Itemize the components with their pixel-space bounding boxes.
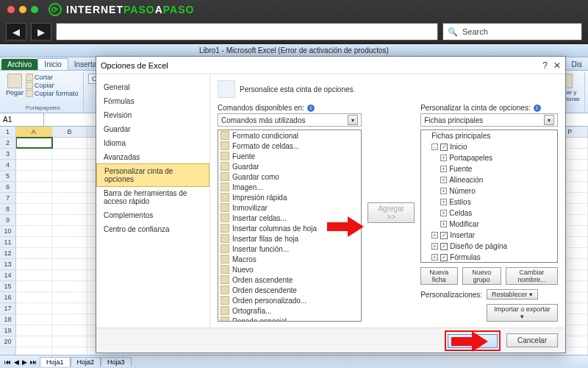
accept-button[interactable]: Aceptar [448, 334, 498, 348]
ribbon-tabs-tree[interactable]: Fichas principales-✓Inicio+Portapapeles+… [420, 130, 558, 263]
command-item[interactable]: Nuevo [218, 264, 361, 275]
command-item[interactable]: Orden ascendente [218, 275, 361, 285]
row-header[interactable]: 14 [0, 270, 15, 281]
row-header[interactable]: 6 [0, 182, 15, 193]
checkbox[interactable]: ✓ [440, 254, 448, 261]
command-item[interactable]: Fuente [218, 151, 361, 161]
options-category[interactable]: Barra de herramientas de acceso rápido [96, 186, 209, 208]
command-item[interactable]: Macros [218, 254, 361, 264]
options-category[interactable]: Personalizar cinta de opciones [96, 163, 209, 187]
options-category[interactable]: Guardar [96, 122, 209, 136]
sheet-tab[interactable]: Hoja1 [40, 357, 71, 367]
command-item[interactable]: Formato de celdas... [218, 141, 361, 151]
cell[interactable] [16, 292, 52, 302]
cell[interactable] [16, 325, 52, 336]
cell[interactable] [16, 281, 52, 291]
info-icon[interactable]: i [534, 105, 541, 112]
cell[interactable] [16, 160, 52, 170]
row-header[interactable]: 19 [0, 325, 15, 336]
collapse-icon[interactable]: - [431, 144, 438, 150]
sheet-nav-prev[interactable]: ◀ [14, 358, 19, 366]
search-input[interactable]: 🔍 Search [442, 23, 582, 40]
cell[interactable] [52, 303, 88, 314]
nav-forward-button[interactable]: ▶ [31, 23, 51, 40]
window-close-dot[interactable] [7, 6, 15, 13]
tree-node[interactable]: Fichas principales [421, 130, 557, 141]
paste-icon[interactable] [7, 74, 22, 88]
cell[interactable] [52, 182, 88, 192]
tree-node[interactable]: -✓Inicio [421, 141, 557, 152]
add-command-button[interactable]: Agregar >> [368, 202, 415, 223]
tree-node[interactable]: +Alineación [421, 174, 557, 185]
expand-icon[interactable]: + [440, 177, 447, 183]
dialog-close-icon[interactable]: ✕ [553, 60, 561, 71]
col-header[interactable]: A [16, 127, 52, 137]
cell[interactable] [16, 193, 52, 203]
ribbon-tab-archivo[interactable]: Archivo [1, 59, 37, 70]
expand-icon[interactable]: + [431, 232, 438, 238]
info-icon[interactable]: i [307, 105, 315, 112]
cell[interactable] [16, 259, 52, 269]
cell[interactable] [16, 347, 52, 355]
cancel-button[interactable]: Cancelar [506, 333, 558, 347]
expand-icon[interactable]: + [440, 166, 447, 172]
expand-icon[interactable]: + [440, 221, 447, 227]
ribbon-tab-inicio[interactable]: Inicio [37, 58, 68, 70]
cell[interactable] [52, 237, 88, 247]
cell[interactable] [16, 171, 52, 181]
cell[interactable] [52, 270, 88, 280]
cell[interactable] [52, 226, 88, 236]
row-header[interactable]: 17 [0, 303, 15, 314]
command-item[interactable]: Imagen... [218, 182, 361, 192]
row-header[interactable]: 7 [0, 193, 15, 204]
row-header[interactable]: 20 [0, 336, 15, 347]
row-header[interactable]: 15 [0, 281, 15, 292]
command-item[interactable]: Guardar [218, 161, 361, 171]
cell[interactable] [16, 182, 52, 192]
cell[interactable] [52, 138, 88, 148]
cell[interactable] [16, 237, 52, 247]
tree-node[interactable]: +Portapapeles [421, 152, 557, 163]
row-header[interactable]: 1 [0, 127, 15, 138]
cell[interactable] [52, 259, 88, 269]
cell[interactable] [52, 347, 88, 355]
command-item[interactable]: Insertar celdas... [218, 213, 361, 223]
cell[interactable] [16, 204, 52, 214]
command-item[interactable]: Ortografía... [218, 305, 361, 316]
command-item[interactable]: Formato condicional [218, 130, 361, 141]
tree-node[interactable]: +✓Insertar [421, 230, 557, 241]
cell[interactable] [16, 270, 52, 280]
cell[interactable] [52, 325, 88, 336]
row-header[interactable]: 13 [0, 259, 15, 270]
tree-node[interactable]: +Estilos [421, 197, 557, 208]
expand-icon[interactable]: + [440, 199, 447, 205]
window-max-dot[interactable] [31, 6, 38, 13]
row-header[interactable]: 9 [0, 215, 15, 226]
expand-icon[interactable]: + [440, 155, 447, 161]
new-tab-button[interactable]: Nueva ficha [420, 267, 457, 285]
expand-icon[interactable]: + [431, 254, 438, 261]
expand-icon[interactable]: + [440, 210, 447, 216]
row-header[interactable]: 4 [0, 160, 15, 171]
options-category[interactable]: General [96, 80, 209, 94]
row-header[interactable]: 16 [0, 292, 15, 303]
row-header[interactable]: 11 [0, 237, 15, 248]
cell[interactable] [16, 149, 52, 159]
command-item[interactable]: Impresión rápida [218, 192, 361, 202]
tree-node[interactable]: +Número [421, 185, 557, 197]
tree-node[interactable]: +✓Fórmulas [421, 252, 557, 263]
cell[interactable] [16, 215, 52, 225]
cell[interactable] [16, 314, 52, 325]
options-category[interactable]: Revisión [96, 108, 209, 122]
command-item[interactable]: Insertar función... [218, 244, 361, 254]
expand-icon[interactable]: + [431, 243, 438, 250]
command-item[interactable]: Orden descendente [218, 285, 361, 295]
checkbox[interactable]: ✓ [440, 243, 448, 250]
sheet-nav-next[interactable]: ▶ [22, 358, 27, 366]
commands-from-select[interactable]: Comandos más utilizados ▾ [218, 113, 362, 127]
row-header[interactable]: 18 [0, 314, 15, 325]
row-header[interactable]: 2 [0, 138, 15, 149]
row-header[interactable]: 8 [0, 204, 15, 215]
command-item[interactable]: Inmovilizar [218, 202, 361, 213]
cell[interactable] [52, 281, 88, 291]
